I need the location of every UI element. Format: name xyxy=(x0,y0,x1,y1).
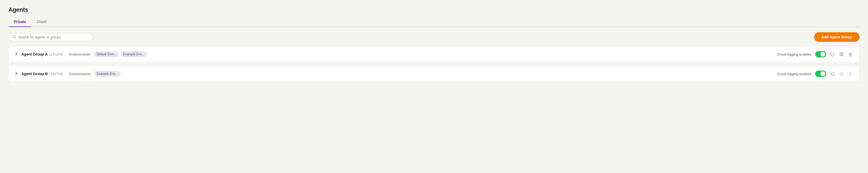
cloud-logging-label: Cloud logging enabled xyxy=(777,52,811,56)
group-id: (192720) xyxy=(50,72,63,76)
settings-button[interactable] xyxy=(839,52,844,57)
toolbar: Add Agent Group xyxy=(8,32,860,42)
expand-icon[interactable] xyxy=(15,52,18,57)
group-name: Agent Group A xyxy=(21,52,48,56)
group-actions: Cloud logging enabled xyxy=(777,70,853,77)
agent-group-card: Agent Group A (171230) Environments: Def… xyxy=(8,46,860,62)
env-tags: Default Envi...Example Env... xyxy=(94,51,147,57)
svg-line-1 xyxy=(15,37,16,38)
add-agent-group-button[interactable]: Add Agent Group xyxy=(814,32,860,42)
page-title: Agents xyxy=(8,6,860,13)
delete-button xyxy=(848,71,853,77)
svg-point-2 xyxy=(841,54,842,55)
group-id: (171230) xyxy=(49,52,63,56)
history-button[interactable] xyxy=(830,71,835,77)
search-box xyxy=(8,33,93,41)
agent-group-card: Agent Group B (192720) Environments: Exa… xyxy=(8,66,860,82)
tab-cloud[interactable]: Cloud xyxy=(31,18,52,27)
settings-button xyxy=(839,71,844,77)
env-tags: Example Env... xyxy=(94,71,120,77)
env-tag: Example Env... xyxy=(94,71,120,77)
agent-groups-list: Agent Group A (171230) Environments: Def… xyxy=(8,46,860,82)
search-input[interactable] xyxy=(18,35,89,39)
expand-icon[interactable] xyxy=(15,72,18,76)
cloud-logging-toggle[interactable] xyxy=(815,70,826,77)
history-button[interactable] xyxy=(830,52,835,57)
search-icon xyxy=(12,35,16,39)
cloud-logging-toggle[interactable] xyxy=(815,51,826,57)
tab-private[interactable]: Private xyxy=(8,18,31,27)
env-tag: Default Envi... xyxy=(94,51,119,57)
tabs-container: Private Cloud xyxy=(8,18,860,27)
group-actions: Cloud logging enabled xyxy=(777,51,853,57)
svg-point-3 xyxy=(841,73,842,74)
env-tag: Example Env... xyxy=(120,51,147,57)
delete-button[interactable] xyxy=(848,52,853,57)
environments-label: Environments: xyxy=(69,52,91,56)
environments-label: Environments: xyxy=(69,72,91,76)
cloud-logging-label: Cloud logging enabled xyxy=(777,72,811,76)
group-name: Agent Group B xyxy=(21,72,48,76)
